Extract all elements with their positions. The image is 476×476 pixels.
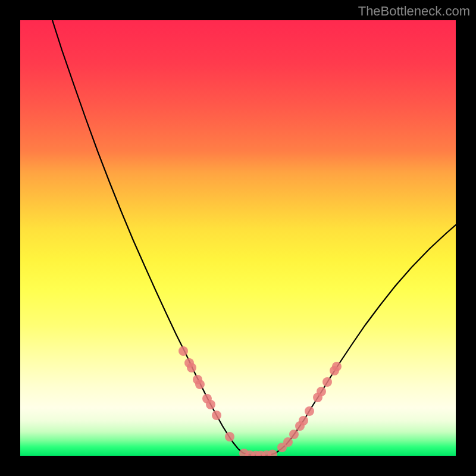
marker-group xyxy=(178,346,342,456)
watermark-text: TheBottleneck.com xyxy=(358,4,470,19)
marker-dot xyxy=(268,450,277,456)
plot-area xyxy=(20,20,456,456)
marker-dot xyxy=(187,363,196,372)
chart-outer: TheBottleneck.com xyxy=(0,0,476,476)
marker-dot xyxy=(178,346,188,356)
bottleneck-curve xyxy=(52,20,456,456)
marker-dot xyxy=(206,400,215,409)
marker-dot xyxy=(195,380,205,389)
curve-svg xyxy=(20,20,456,456)
marker-dot xyxy=(332,362,342,371)
marker-dot xyxy=(322,377,332,387)
marker-dot xyxy=(289,430,299,439)
marker-dot xyxy=(317,387,326,396)
marker-dot xyxy=(299,416,308,425)
marker-dot xyxy=(305,406,314,416)
marker-dot xyxy=(225,432,234,441)
marker-dot xyxy=(283,437,293,447)
marker-dot xyxy=(212,411,221,420)
